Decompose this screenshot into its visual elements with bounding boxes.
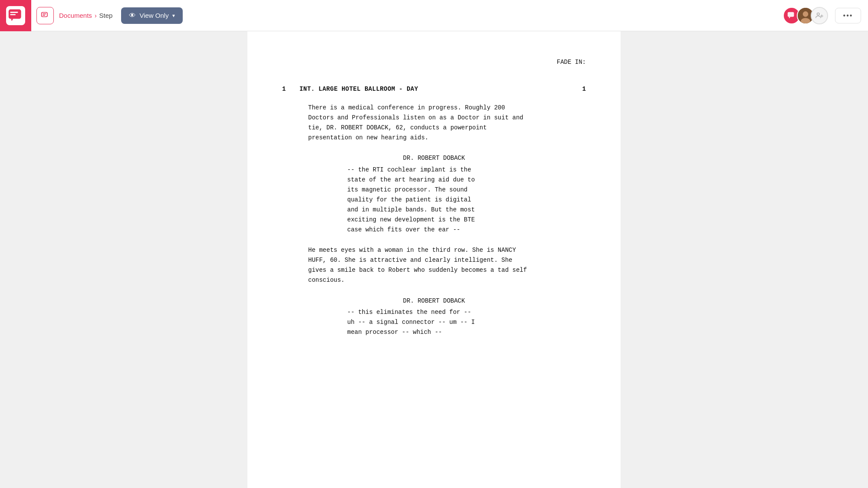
comment-button[interactable] — [36, 7, 54, 24]
avatar-group — [783, 7, 828, 24]
main-content: FADE IN: 1 INT. LARGE HOTEL BALLROOM - D… — [0, 31, 868, 488]
character-name-2: DR. ROBERT DOBACK — [347, 296, 521, 306]
logo-icon — [6, 6, 25, 25]
action-text-2: He meets eyes with a woman in the third … — [308, 247, 527, 284]
logo-svg — [8, 8, 23, 23]
more-dots-label: ••• — [843, 12, 853, 20]
svg-rect-2 — [10, 14, 16, 15]
svg-rect-1 — [10, 12, 18, 13]
svg-marker-3 — [11, 19, 13, 21]
screenplay: FADE IN: 1 INT. LARGE HOTEL BALLROOM - D… — [282, 57, 586, 337]
comment-icon — [41, 11, 49, 20]
svg-rect-4 — [42, 12, 47, 16]
fade-in-text: FADE IN: — [557, 59, 586, 66]
eye-icon: 👁 — [129, 12, 136, 20]
breadcrumb: Documents › Step — [59, 12, 112, 19]
chat-avatar-icon — [787, 11, 796, 20]
document-container: FADE IN: 1 INT. LARGE HOTEL BALLROOM - D… — [247, 31, 621, 488]
svg-point-10 — [803, 11, 809, 17]
view-only-label: View Only — [139, 12, 168, 19]
logo-box — [0, 0, 31, 31]
breadcrumb-arrow: › — [95, 12, 97, 19]
scene-heading-text: INT. LARGE HOTEL BALLROOM - DAY — [299, 84, 569, 94]
topbar: Documents › Step 👁 View Only ▾ — [0, 0, 868, 31]
more-options-button[interactable]: ••• — [835, 8, 861, 23]
svg-point-11 — [801, 18, 810, 24]
chevron-down-icon: ▾ — [172, 13, 175, 19]
scene-number-right: 1 — [569, 84, 586, 94]
breadcrumb-documents-link[interactable]: Documents — [59, 12, 92, 19]
svg-rect-7 — [788, 12, 794, 16]
dialogue-text-1: -- the RTI cochlear implant is thestate … — [347, 166, 475, 234]
dialogue-block-1: -- the RTI cochlear implant is thestate … — [347, 165, 521, 235]
action-text-1: There is a medical conference in progres… — [308, 104, 523, 141]
svg-point-12 — [817, 13, 820, 15]
topbar-right: ••• — [783, 7, 861, 24]
scene-number-left: 1 — [282, 84, 299, 94]
character-name-1: DR. ROBERT DOBACK — [347, 153, 521, 163]
svg-marker-8 — [789, 16, 791, 18]
breadcrumb-step-label: Step — [99, 12, 113, 19]
dialogue-text-2: -- this eliminates the need for --uh -- … — [347, 309, 475, 336]
view-only-button[interactable]: 👁 View Only ▾ — [121, 7, 182, 24]
action-block-1: There is a medical conference in progres… — [308, 103, 586, 143]
avatar-add-people[interactable] — [811, 7, 828, 24]
dialogue-block-2: -- this eliminates the need for --uh -- … — [347, 307, 521, 337]
action-block-2: He meets eyes with a woman in the third … — [308, 245, 586, 285]
fade-in-line: FADE IN: — [282, 57, 586, 67]
scene-heading-line: 1 INT. LARGE HOTEL BALLROOM - DAY 1 — [282, 84, 586, 94]
people-icon — [815, 11, 824, 20]
